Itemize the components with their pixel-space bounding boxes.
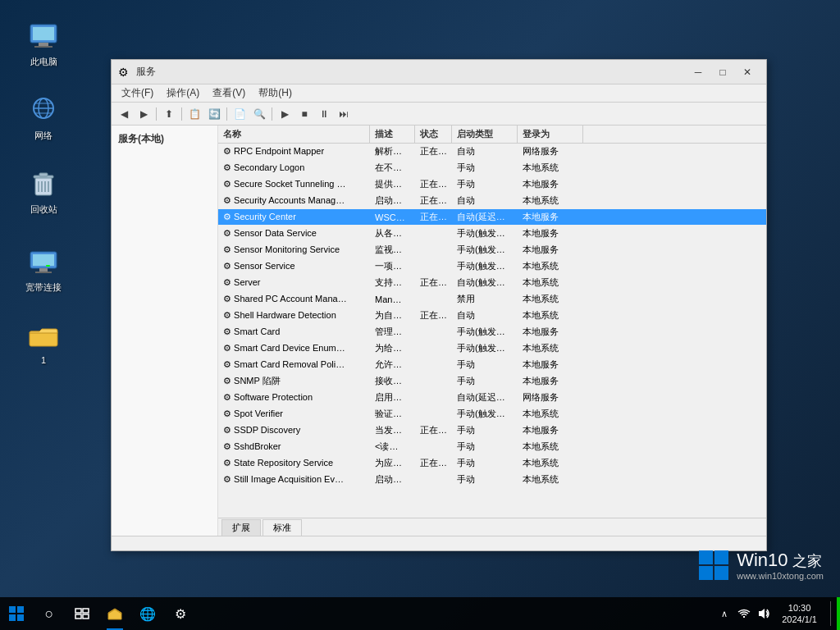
- left-panel-title: 服务(本地): [118, 132, 211, 146]
- table-row[interactable]: ⚙ SshdBroker <读… 手动 本地系统: [218, 439, 766, 455]
- show-desktop[interactable]: [830, 601, 833, 626]
- col-header-desc[interactable]: 描述: [370, 126, 415, 143]
- table-row[interactable]: ⚙ Server 支持… 正在… 自动(触发… 本地系统: [218, 275, 766, 291]
- up-button[interactable]: ⬆: [160, 105, 178, 123]
- start-button[interactable]: [0, 597, 33, 630]
- table-row[interactable]: ⚙ Software Protection 启用… 自动(延迟… 网络服务: [218, 390, 766, 406]
- window-title-text: 服务: [136, 65, 686, 79]
- search-button[interactable]: ○: [33, 597, 66, 630]
- back-button[interactable]: ◀: [115, 105, 133, 123]
- stop-button[interactable]: ■: [295, 105, 313, 123]
- table-row[interactable]: ⚙ Spot Verifier 验证… 手动(触发… 本地系统: [218, 406, 766, 422]
- taskbar-tray: ∧ 10:30 2024/1/1: [716, 601, 840, 626]
- table-row[interactable]: ⚙ Sensor Data Service 从各… 手动(触发… 本地服务: [218, 226, 766, 242]
- tab-standard[interactable]: 标准: [262, 519, 302, 536]
- table-row[interactable]: ⚙ RPC Endpoint Mapper 解析… 正在… 自动 网络服务: [218, 144, 766, 160]
- show-hide-tree[interactable]: 📋: [185, 105, 203, 123]
- table-row[interactable]: ⚙ SNMP 陷阱 接收… 手动 本地服务: [218, 373, 766, 390]
- desktop-icon-network[interactable]: 网络: [15, 90, 72, 145]
- menu-action[interactable]: 操作(A): [160, 84, 206, 102]
- svg-rect-19: [35, 272, 52, 273]
- taskbar: ○ 🌐 ⚙ ∧: [0, 597, 840, 630]
- maximize-button[interactable]: □: [710, 63, 735, 81]
- forward-button[interactable]: ▶: [135, 105, 153, 123]
- table-row[interactable]: ⚙ Shell Hardware Detection 为自… 正在… 自动 本地…: [218, 308, 766, 324]
- filter-button[interactable]: 🔍: [250, 105, 268, 123]
- table-row[interactable]: ⚙ Security Center WSC… 正在… 自动(延迟… 本地服务: [218, 209, 766, 226]
- col-header-login[interactable]: 登录为: [518, 126, 583, 143]
- table-row[interactable]: ⚙ State Repository Service 为应… 正在… 手动 本地…: [218, 455, 766, 472]
- service-icon: ⚙: [223, 212, 234, 221]
- service-icon: ⚙: [223, 409, 234, 418]
- run-button[interactable]: ▶: [276, 105, 294, 123]
- menu-file[interactable]: 文件(F): [115, 84, 160, 102]
- desktop-icon-recycle-bin[interactable]: 回收站: [15, 164, 72, 219]
- win10-url: www.win10xtong.com: [737, 571, 824, 581]
- right-panel: 名称 描述 状态 启动类型 登录为 ⚙ RPC Endpoint Mapper …: [218, 126, 766, 536]
- table-row[interactable]: ⚙ Sensor Service 一项… 手动(触发… 本地系统: [218, 258, 766, 275]
- svg-rect-2: [39, 43, 48, 46]
- table-row[interactable]: ⚙ Smart Card 管理… 手动(触发… 本地服务: [218, 324, 766, 340]
- svg-rect-3: [34, 46, 52, 48]
- window-controls: ─ □ ✕: [686, 63, 760, 81]
- desktop-icon-my-computer[interactable]: 此电脑: [15, 16, 72, 71]
- col-header-name[interactable]: 名称: [218, 126, 370, 143]
- tab-expand[interactable]: 扩展: [221, 519, 261, 536]
- col-header-status[interactable]: 状态: [415, 126, 452, 143]
- minimize-button[interactable]: ─: [686, 63, 710, 81]
- desktop-icon-folder1[interactable]: 1: [15, 316, 72, 368]
- tray-expand[interactable]: ∧: [716, 605, 733, 622]
- col-header-start[interactable]: 启动类型: [452, 126, 518, 143]
- service-icon: ⚙: [223, 277, 234, 287]
- restart-button[interactable]: ⏭: [335, 105, 353, 123]
- task-view-button[interactable]: [66, 597, 98, 630]
- table-row[interactable]: ⚙ Sensor Monitoring Service 监视… 手动(触发… 本…: [218, 242, 766, 258]
- service-icon: ⚙: [223, 441, 234, 451]
- left-panel: 服务(本地): [112, 126, 218, 536]
- service-icon: ⚙: [223, 162, 234, 172]
- svg-rect-17: [33, 254, 54, 266]
- win10-brand: Win10 之家 www.win10xtong.com: [699, 550, 824, 581]
- service-icon: ⚙: [223, 425, 234, 435]
- table-row[interactable]: ⚙ Shared PC Account Mana… Man… 禁用 本地系统: [218, 291, 766, 308]
- window-titlebar: ⚙ 服务 ─ □ ✕: [112, 60, 766, 84]
- table-row[interactable]: ⚙ Still Image Acquisition Ev… 启动… 手动 本地系…: [218, 472, 766, 488]
- service-icon: ⚙: [223, 146, 234, 156]
- svg-rect-25: [17, 614, 24, 621]
- table-header: 名称 描述 状态 启动类型 登录为: [218, 126, 766, 144]
- menu-view[interactable]: 查看(V): [206, 84, 252, 102]
- service-icon: ⚙: [223, 359, 234, 369]
- tray-volume[interactable]: [756, 605, 772, 622]
- svg-rect-29: [83, 614, 89, 619]
- table-row[interactable]: ⚙ Smart Card Device Enum… 为给… 手动(触发… 本地系…: [218, 340, 766, 357]
- svg-rect-28: [75, 614, 81, 619]
- svg-rect-22: [9, 606, 16, 613]
- table-row[interactable]: ⚙ Secondary Logon 在不… 手动 本地系统: [218, 160, 766, 176]
- menu-help[interactable]: 帮助(H): [252, 84, 299, 102]
- refresh-button[interactable]: 🔄: [205, 105, 223, 123]
- green-indicator: [837, 597, 840, 630]
- table-row[interactable]: ⚙ SSDP Discovery 当发… 正在… 手动 本地服务: [218, 422, 766, 439]
- tray-network[interactable]: [736, 605, 752, 622]
- taskbar-earth[interactable]: 🌐: [131, 597, 164, 630]
- table-row[interactable]: ⚙ Smart Card Removal Poli… 允许… 手动 本地服务: [218, 357, 766, 373]
- win10-text: Win10 之家: [737, 550, 824, 571]
- taskbar-settings[interactable]: ⚙: [164, 597, 197, 630]
- svg-marker-30: [759, 609, 765, 619]
- table-row[interactable]: ⚙ Secure Socket Tunneling … 提供… 正在… 手动 本…: [218, 176, 766, 193]
- svg-rect-18: [39, 268, 48, 272]
- services-window: ⚙ 服务 ─ □ ✕ 文件(F) 操作(A) 查看(V) 帮助(H) ◀ ▶ ⬆…: [111, 59, 767, 551]
- service-icon: ⚙: [223, 376, 234, 386]
- service-icon: ⚙: [223, 326, 234, 336]
- bottom-tabs: 扩展 标准: [218, 518, 766, 536]
- table-row[interactable]: ⚙ Security Accounts Manag… 启动… 正在… 自动 本地…: [218, 193, 766, 209]
- service-icon: ⚙: [223, 294, 234, 304]
- clock[interactable]: 10:30 2024/1/1: [775, 602, 824, 626]
- win10-logo: [699, 550, 728, 580]
- desktop-icon-broadband[interactable]: 宽带连接: [15, 242, 72, 297]
- svg-rect-9: [35, 177, 52, 195]
- properties-button[interactable]: 📄: [231, 105, 249, 123]
- pause-button[interactable]: ⏸: [315, 105, 333, 123]
- taskbar-explorer[interactable]: [98, 597, 131, 630]
- close-button[interactable]: ✕: [735, 63, 760, 81]
